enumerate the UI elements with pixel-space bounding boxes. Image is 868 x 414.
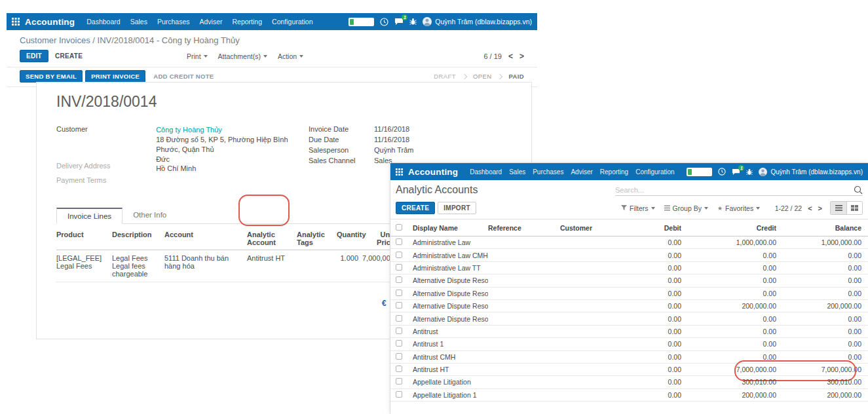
user-menu[interactable]: Quỳnh Trâm (dblaw.bizapps.vn): [759, 168, 863, 176]
menu-sales[interactable]: Sales: [130, 18, 147, 26]
row-checkbox[interactable]: [396, 302, 413, 310]
clock-icon[interactable]: [380, 18, 388, 26]
action-dropdown[interactable]: Action: [278, 52, 303, 60]
messages-icon[interactable]: 1: [394, 18, 404, 26]
cell-display-name: Alternative Dispute Resolution: [413, 302, 488, 310]
menu-purchases[interactable]: Purchases: [157, 18, 190, 26]
clock-icon[interactable]: [718, 168, 726, 176]
apps-menu-icon[interactable]: [12, 18, 20, 26]
row-checkbox[interactable]: [396, 340, 413, 348]
table-row[interactable]: Administrative Law 0.00 1,000,000.00 1,0…: [390, 236, 868, 249]
group-by-dropdown[interactable]: Group By: [664, 204, 708, 212]
print-invoice-button[interactable]: PRINT INVOICE: [85, 70, 145, 83]
row-checkbox[interactable]: [396, 315, 413, 323]
pager-next-button[interactable]: >: [519, 52, 524, 61]
kanban-view-button[interactable]: [846, 202, 862, 214]
table-row[interactable]: Alternative Dispute Resolution 0.00 0.00…: [390, 288, 868, 300]
timer-widget[interactable]: [349, 18, 374, 26]
table-row[interactable]: Administrative Law CMH 0.00 0.00 0.00: [390, 249, 868, 261]
bug-icon[interactable]: [746, 168, 753, 176]
table-row[interactable]: Alternative Dispute Resolution 0.00 200,…: [390, 300, 868, 312]
import-button[interactable]: IMPORT: [438, 202, 476, 214]
menu-reporting[interactable]: Reporting: [233, 18, 263, 26]
row-checkbox[interactable]: [396, 252, 413, 259]
create-button[interactable]: CREATE: [48, 50, 89, 62]
filters-dropdown[interactable]: Filters: [621, 204, 655, 212]
col-debit[interactable]: Debit: [629, 224, 681, 232]
row-checkbox[interactable]: [396, 238, 413, 246]
row-checkbox[interactable]: [396, 366, 413, 373]
col-analytic-account: Analytic Account: [247, 231, 297, 246]
breadcrumb-customer-invoices[interactable]: Customer Invoices: [20, 35, 90, 45]
col-display-name[interactable]: Display Name: [413, 224, 488, 232]
apps-menu-icon[interactable]: [396, 168, 403, 176]
row-checkbox[interactable]: [396, 328, 413, 335]
attachments-dropdown[interactable]: Attachment(s): [218, 52, 267, 60]
col-analytic-tags: Analytic Tags: [297, 231, 337, 246]
cell-balance: 7,000,000.00: [776, 366, 863, 373]
row-checkbox[interactable]: [396, 276, 413, 284]
breadcrumb-separator: /: [92, 35, 95, 45]
edit-button[interactable]: EDIT: [20, 50, 48, 62]
record-pager: 6 / 19 < >: [483, 52, 524, 61]
row-checkbox[interactable]: [396, 264, 413, 272]
bug-icon[interactable]: [409, 18, 417, 26]
col-credit[interactable]: Credit: [681, 224, 776, 232]
col-balance[interactable]: Balance: [776, 224, 863, 232]
menu-sales[interactable]: Sales: [509, 168, 525, 176]
menu-dashboard[interactable]: Dashboard: [470, 168, 502, 176]
salesperson-link[interactable]: Quỳnh Trâm: [374, 146, 414, 154]
menu-dashboard[interactable]: Dashboard: [86, 18, 120, 26]
table-row[interactable]: Appellate Litigation 1 0.00 200,000.00 2…: [390, 389, 868, 402]
cell-credit: 200,000.00: [681, 302, 776, 310]
row-checkbox[interactable]: [396, 391, 413, 399]
pager-prev-button[interactable]: <: [508, 52, 513, 61]
menu-adviser[interactable]: Adviser: [200, 18, 223, 26]
menu-configuration[interactable]: Configuration: [272, 18, 312, 26]
table-row[interactable]: Antitrust 1 0.00 0.00 0.00: [390, 338, 868, 350]
list-view-button[interactable]: [831, 202, 846, 214]
cell-credit: 0.00: [681, 353, 776, 361]
search-input[interactable]: [615, 186, 854, 194]
print-dropdown[interactable]: Print: [187, 52, 208, 60]
state-paid[interactable]: PAID: [508, 73, 524, 80]
row-checkbox[interactable]: [396, 378, 413, 386]
send-by-email-button[interactable]: SEND BY EMAIL: [20, 70, 83, 83]
app-name[interactable]: Accounting: [25, 17, 75, 27]
user-menu[interactable]: Quỳnh Trâm (dblaw.bizapps.vn): [423, 17, 532, 26]
messages-icon[interactable]: 1: [732, 168, 740, 176]
favorites-dropdown[interactable]: ★ Favorites: [717, 204, 760, 212]
row-checkbox[interactable]: [396, 290, 413, 297]
table-row[interactable]: Alternative Dispute Resolution 1 0.00 0.…: [390, 312, 868, 325]
menu-purchases[interactable]: Purchases: [533, 168, 563, 176]
col-customer[interactable]: Customer: [560, 224, 629, 232]
customer-link[interactable]: Công ty Hoàng Thủy: [156, 125, 289, 135]
customer-address-line1: 18 Đường số 5, KP 5, Phường Hiệp Bình Ph…: [156, 135, 289, 155]
state-open[interactable]: OPEN: [473, 73, 492, 80]
search-icon[interactable]: [854, 185, 863, 195]
state-draft[interactable]: DRAFT: [434, 73, 456, 80]
pager-prev-button[interactable]: <: [808, 204, 812, 212]
table-row[interactable]: Appellate Litigation 0.00 300,010.00 300…: [390, 376, 868, 388]
timer-widget[interactable]: [687, 168, 712, 176]
cell-analytic-account: Antitrust HT: [247, 254, 297, 262]
menu-reporting[interactable]: Reporting: [600, 168, 628, 176]
tab-invoice-lines[interactable]: Invoice Lines: [56, 208, 123, 224]
add-credit-note-button[interactable]: ADD CREDIT NOTE: [153, 73, 214, 80]
menu-adviser[interactable]: Adviser: [571, 168, 592, 176]
table-row[interactable]: Alternative Dispute Resolution 0.00 0.00…: [390, 274, 868, 287]
menu-configuration[interactable]: Configuration: [635, 168, 674, 176]
table-row[interactable]: Antitrust CMH 0.00 0.00 0.00: [390, 351, 868, 364]
user-name: Quỳnh Trâm (dblaw.bizapps.vn): [770, 168, 863, 176]
table-row[interactable]: Antitrust 0.00 0.00 0.00: [390, 326, 868, 338]
table-row[interactable]: Administrative Law TT 0.00 0.00 0.00: [390, 262, 868, 274]
col-reference[interactable]: Reference: [488, 224, 560, 232]
tab-other-info[interactable]: Other Info: [123, 208, 177, 223]
invoice-number: INV/2018/0014: [56, 93, 531, 111]
table-row[interactable]: Antitrust HT 0.00 7,000,000.00 7,000,000…: [390, 364, 868, 376]
row-checkbox[interactable]: [396, 353, 413, 361]
select-all-checkbox[interactable]: [396, 224, 413, 232]
app-name[interactable]: Accounting: [408, 167, 458, 177]
create-button[interactable]: CREATE: [396, 202, 435, 214]
pager-next-button[interactable]: >: [818, 204, 822, 212]
